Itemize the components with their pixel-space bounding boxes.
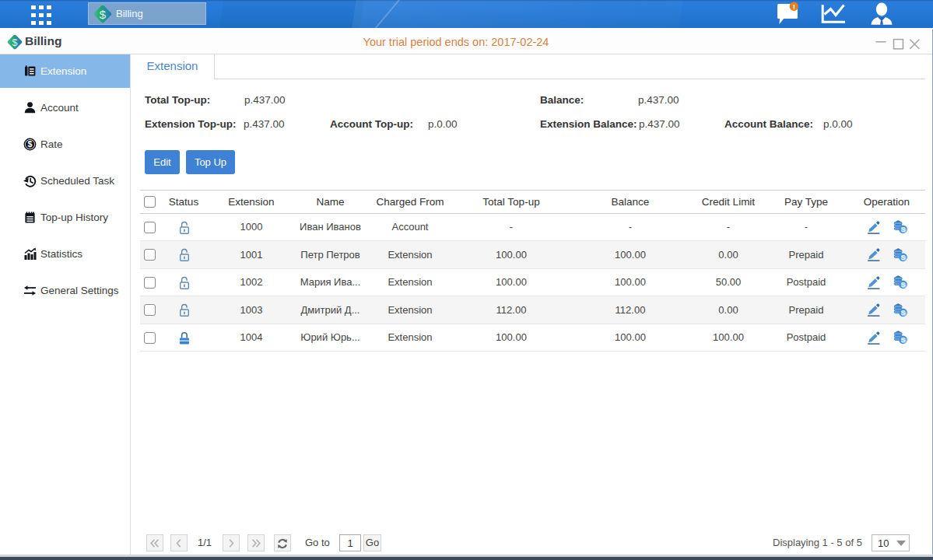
- svg-text:$: $: [100, 7, 107, 20]
- svg-text:S: S: [900, 281, 905, 289]
- svg-text:S: S: [900, 226, 905, 233]
- svg-text:S: S: [900, 336, 905, 344]
- svg-text:S: S: [900, 254, 905, 261]
- svg-text:S: S: [900, 309, 905, 317]
- svg-text:!: !: [793, 2, 795, 11]
- svg-text:$: $: [28, 139, 33, 149]
